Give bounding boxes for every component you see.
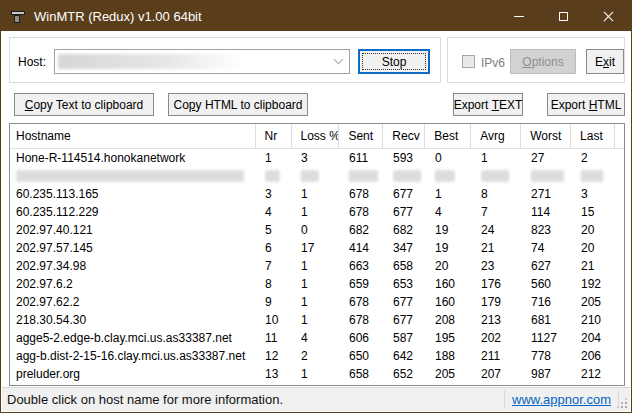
close-icon: [603, 11, 614, 22]
column-header-loss[interactable]: Loss %: [292, 124, 340, 148]
cell-worst: 681: [522, 311, 572, 329]
table-row[interactable]: 202.97.40.12150682682192482320: [10, 221, 624, 239]
cell-sent: 678: [340, 293, 384, 311]
table-row[interactable]: 60.235.113.16531678677182713: [10, 185, 624, 203]
cell-recv: [384, 167, 426, 185]
cell-sent: 659: [340, 275, 384, 293]
cell-loss: 1: [292, 293, 340, 311]
table-row[interactable]: Hone-R-114514.honokanetwork1361159301272: [10, 149, 624, 167]
cell-best: 20: [426, 257, 472, 275]
cell-last: 205: [572, 293, 616, 311]
statusbar: Double click on host name for more infor…: [2, 387, 630, 411]
stop-button-label: Stop: [382, 55, 407, 69]
cell-worst: 987: [522, 365, 572, 383]
column-header-avrg[interactable]: Avrg: [471, 124, 521, 148]
resize-grip-icon[interactable]: [617, 398, 627, 408]
redacted-value: [393, 170, 421, 182]
cell-nr: 7: [256, 257, 292, 275]
label-accel: H: [589, 98, 598, 112]
column-header-recv[interactable]: Recv: [383, 124, 425, 148]
redacted-value: [349, 170, 378, 182]
column-header-hostname[interactable]: Hostname: [10, 124, 256, 148]
cell-hostname: [10, 167, 256, 185]
table-row[interactable]: 202.97.34.9871663658202362721: [10, 257, 624, 275]
maximize-button[interactable]: [541, 1, 586, 31]
cell-best: 4: [426, 203, 472, 221]
stop-button[interactable]: Stop: [358, 49, 430, 74]
label-pre: Export: [551, 98, 589, 112]
table-row[interactable]: agg-b.dist-2-15-16.clay.mci.us.as33387.n…: [10, 347, 624, 365]
table-row[interactable]: 60.235.112.229416786774711415: [10, 203, 624, 221]
table-row[interactable]: 202.97.6.281659653160176560192: [10, 275, 624, 293]
titlebar[interactable]: WinMTR (Redux) v1.00 64bit: [1, 1, 631, 31]
winmtr-window: WinMTR (Redux) v1.00 64bit Host: Stop IP…: [0, 0, 632, 413]
client-area: Host: Stop IPv6 Options Exit Copy Text t…: [2, 31, 630, 387]
cell-nr: 4: [256, 203, 292, 221]
exit-button[interactable]: Exit: [586, 49, 624, 74]
column-header-nr[interactable]: Nr: [256, 124, 292, 148]
cell-recv: 587: [384, 329, 426, 347]
close-button[interactable]: [586, 1, 631, 31]
cell-last: 2: [572, 149, 616, 167]
cell-sent: 650: [340, 347, 384, 365]
export-html-button[interactable]: Export HTML: [547, 93, 625, 116]
cell-last: 204: [572, 329, 616, 347]
cell-hostname: 202.97.62.2: [10, 293, 256, 311]
cell-nr: 3: [256, 185, 292, 203]
column-header-best[interactable]: Best: [425, 124, 471, 148]
column-header-worst[interactable]: Worst: [521, 124, 571, 148]
cell-hostname: 202.97.6.2: [10, 275, 256, 293]
redacted-value: [481, 170, 509, 182]
cell-sent: 658: [340, 365, 384, 383]
options-button[interactable]: Options: [510, 49, 576, 74]
table-row[interactable]: 202.97.62.291678677160179716205: [10, 293, 624, 311]
cell-worst: 716: [522, 293, 572, 311]
export-text-button[interactable]: Export TEXT: [453, 93, 523, 116]
appnor-link[interactable]: www.appnor.com: [505, 388, 618, 411]
cell-recv: 677: [384, 293, 426, 311]
cell-avrg: 202: [472, 329, 522, 347]
cell-recv: 677: [384, 311, 426, 329]
cell-recv: 652: [384, 365, 426, 383]
cell-best: 208: [426, 311, 472, 329]
table-row[interactable]: preluder.org131658652205207987212: [10, 365, 624, 383]
cell-best: 160: [426, 293, 472, 311]
host-combo-dropdown-button[interactable]: [327, 50, 349, 73]
redacted-value: [301, 170, 319, 182]
cell-avrg: 23: [472, 257, 522, 275]
cell-last: 20: [572, 239, 616, 257]
label-accel: O: [522, 55, 531, 69]
cell-sent: 611: [340, 149, 384, 167]
table-row[interactable]: agge5-2.edge-b.clay.mci.us.as33387.net11…: [10, 329, 624, 347]
host-combobox[interactable]: [54, 49, 350, 74]
table-row[interactable]: [10, 167, 624, 185]
table-row[interactable]: 218.30.54.30101678677208213681210: [10, 311, 624, 329]
column-header-sent[interactable]: Sent: [339, 124, 383, 148]
cell-last: 206: [572, 347, 616, 365]
cell-recv: 593: [384, 149, 426, 167]
table-row[interactable]: 202.97.57.14561741434719217420: [10, 239, 624, 257]
copy-html-button[interactable]: Copy HTML to clipboard: [168, 93, 308, 116]
ipv6-checkbox[interactable]: [462, 55, 475, 68]
cell-hostname: 218.30.54.30: [10, 311, 256, 329]
minimize-button[interactable]: [496, 1, 541, 31]
table-header-row: HostnameNrLoss %SentRecvBestAvrgWorstLas…: [10, 124, 624, 149]
cell-last: 21: [572, 257, 616, 275]
cell-sent: 414: [340, 239, 384, 257]
cell-worst: 823: [522, 221, 572, 239]
cell-sent: 678: [340, 311, 384, 329]
cell-recv: 658: [384, 257, 426, 275]
copy-text-button[interactable]: Copy Text to clipboard: [14, 93, 154, 116]
cell-hostname: 202.97.40.121: [10, 221, 256, 239]
cell-nr: 11: [256, 329, 292, 347]
redacted-host-value: [58, 54, 243, 69]
cell-best: 195: [426, 329, 472, 347]
cell-loss: 1: [292, 203, 340, 221]
cell-sent: [340, 167, 384, 185]
cell-nr: 9: [256, 293, 292, 311]
column-header-last[interactable]: Last: [571, 124, 615, 148]
cell-loss: 1: [292, 275, 340, 293]
cell-worst: 27: [522, 149, 572, 167]
cell-recv: 677: [384, 203, 426, 221]
cell-best: 1: [426, 185, 472, 203]
